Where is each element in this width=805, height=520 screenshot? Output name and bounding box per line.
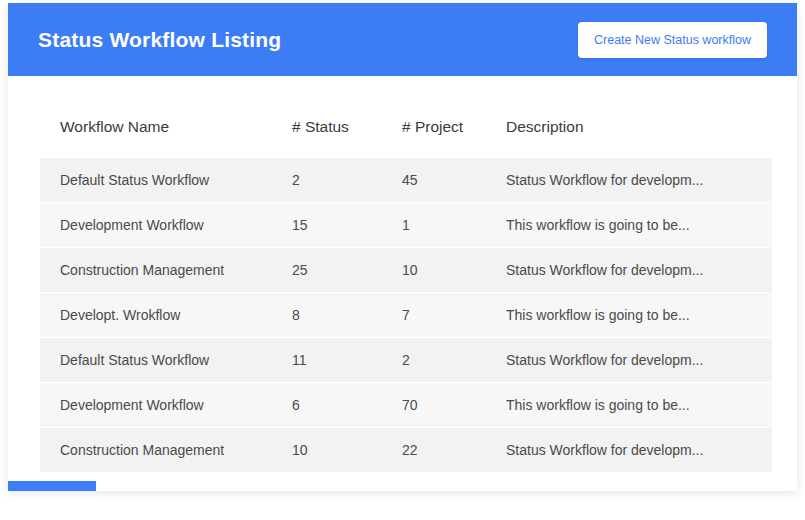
- table-header-row: Workflow Name # Status # Project Descrip…: [40, 118, 772, 158]
- page-title: Status Workflow Listing: [38, 28, 281, 52]
- cell-status: 10: [292, 442, 402, 458]
- cell-project: 1: [402, 217, 506, 233]
- cell-name: Developt. Wrokflow: [60, 307, 292, 323]
- cell-description: Status Workflow for developm...: [506, 262, 772, 278]
- table-row[interactable]: Development Workflow151This workflow is …: [40, 203, 772, 247]
- column-header-project-count: # Project: [402, 118, 506, 136]
- column-header-status-count: # Status: [292, 118, 402, 136]
- cell-status: 2: [292, 172, 402, 188]
- cell-description: Status Workflow for developm...: [506, 442, 772, 458]
- cell-description: Status Workflow for developm...: [506, 172, 772, 188]
- cell-description: This workflow is going to be...: [506, 307, 772, 323]
- table-row[interactable]: Default Status Workflow245Status Workflo…: [40, 158, 772, 202]
- cell-status: 15: [292, 217, 402, 233]
- create-new-status-workflow-button[interactable]: Create New Status workflow: [578, 22, 767, 58]
- cell-name: Development Workflow: [60, 397, 292, 413]
- table-row[interactable]: Default Status Workflow112Status Workflo…: [40, 338, 772, 382]
- cell-description: This workflow is going to be...: [506, 397, 772, 413]
- cell-project: 10: [402, 262, 506, 278]
- cell-name: Development Workflow: [60, 217, 292, 233]
- column-header-description: Description: [506, 118, 772, 136]
- column-header-workflow-name: Workflow Name: [60, 118, 292, 136]
- workflow-table: Workflow Name # Status # Project Descrip…: [8, 76, 797, 472]
- footer-accent-bar: [8, 481, 96, 491]
- table-row[interactable]: Construction Management1022Status Workfl…: [40, 428, 772, 472]
- cell-name: Default Status Workflow: [60, 172, 292, 188]
- cell-name: Construction Management: [60, 442, 292, 458]
- page-header: Status Workflow Listing Create New Statu…: [8, 3, 797, 76]
- cell-description: Status Workflow for developm...: [506, 352, 772, 368]
- cell-status: 8: [292, 307, 402, 323]
- table-body: Default Status Workflow245Status Workflo…: [40, 158, 772, 472]
- table-row[interactable]: Development Workflow670This workflow is …: [40, 383, 772, 427]
- cell-status: 11: [292, 352, 402, 368]
- status-workflow-card: Status Workflow Listing Create New Statu…: [8, 3, 797, 491]
- cell-status: 25: [292, 262, 402, 278]
- cell-project: 70: [402, 397, 506, 413]
- cell-name: Construction Management: [60, 262, 292, 278]
- cell-project: 2: [402, 352, 506, 368]
- table-row[interactable]: Developt. Wrokflow87This workflow is goi…: [40, 293, 772, 337]
- cell-project: 45: [402, 172, 506, 188]
- cell-project: 22: [402, 442, 506, 458]
- cell-description: This workflow is going to be...: [506, 217, 772, 233]
- cell-status: 6: [292, 397, 402, 413]
- table-row[interactable]: Construction Management2510Status Workfl…: [40, 248, 772, 292]
- cell-name: Default Status Workflow: [60, 352, 292, 368]
- cell-project: 7: [402, 307, 506, 323]
